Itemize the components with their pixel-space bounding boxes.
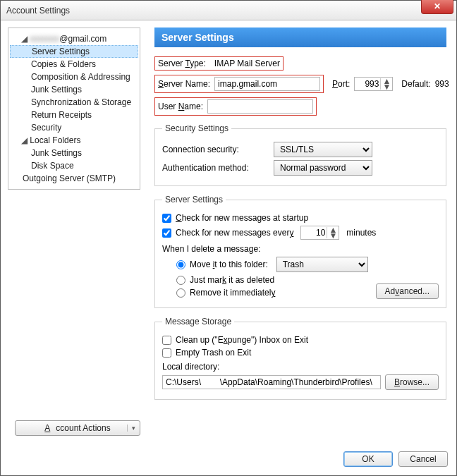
settings-panel: Server Settings Server Type: IMAP Mail S… [154, 28, 449, 444]
account-actions-label-u: A [44, 423, 50, 433]
server-name-input[interactable] [214, 77, 320, 91]
account-actions-label: ccount Actions [56, 423, 110, 433]
server-settings-legend: Server Settings [162, 195, 226, 205]
tree-item-return-receipts[interactable]: Return Receipts [10, 109, 138, 121]
connection-security-select[interactable]: SSL/TLS [274, 142, 372, 157]
port-spinner[interactable]: ▲▼ [354, 77, 393, 91]
account-settings-window: Account Settings ✕ ◢ xxxxxxx@gmail.com S… [0, 0, 457, 476]
user-name-input[interactable] [207, 99, 313, 114]
advanced-button[interactable]: Advanced... [376, 283, 439, 299]
tree-item-server-settings[interactable]: Server Settings [10, 45, 138, 58]
tree-item-copies-folders[interactable]: Copies & Folders [10, 58, 138, 71]
when-delete-label: When I delete a message: [162, 244, 260, 254]
security-settings-group: Security Settings Connection security: S… [154, 123, 446, 186]
close-button[interactable]: ✕ [421, 0, 453, 14]
port-label: Port: [332, 79, 350, 89]
account-username-redacted: xxxxxxx [30, 34, 59, 44]
tree-item-disk-space[interactable]: Disk Space [10, 159, 138, 172]
server-name-label: Server Name: [158, 79, 210, 89]
port-input[interactable] [355, 78, 380, 90]
tree-account-root[interactable]: ◢ xxxxxxx@gmail.com [10, 32, 138, 45]
delete-mark-label: Just mark it as deleted [190, 275, 274, 285]
check-every-checkbox[interactable] [162, 228, 171, 238]
spinner-down-icon[interactable]: ▼ [329, 233, 337, 238]
auth-method-label: Authentication method: [162, 163, 268, 173]
default-port-label: Default: [401, 79, 430, 89]
window-title: Account Settings [6, 6, 70, 16]
ok-button[interactable]: OK [343, 451, 393, 467]
empty-trash-label: Empty Trash on Exit [176, 348, 251, 358]
local-dir-input[interactable] [162, 375, 381, 389]
check-every-label: Check for new messages every [176, 228, 293, 238]
empty-trash-checkbox[interactable] [162, 348, 171, 358]
message-storage-legend: Message Storage [162, 317, 234, 327]
user-name-label: User Name: [158, 102, 203, 111]
security-legend: Security Settings [162, 123, 231, 133]
browse-button[interactable]: Browse... [385, 374, 439, 390]
delete-remove-label: Remove it immediately [190, 288, 275, 298]
default-port-value: 993 [435, 79, 449, 89]
tree-local-folders-label: Local Folders [30, 135, 80, 145]
server-settings-group: Server Settings Check for new messages a… [154, 195, 446, 308]
trash-folder-select[interactable]: Trash [276, 257, 368, 272]
auth-method-select[interactable]: Normal password [274, 160, 372, 176]
tree-item-local-junk[interactable]: Junk Settings [10, 147, 138, 159]
minutes-label: minutes [346, 228, 376, 238]
delete-remove-radio[interactable] [176, 288, 185, 298]
expand-icon: ◢ [21, 135, 28, 145]
chevron-down-icon: ▾ [127, 425, 135, 432]
tree-item-junk[interactable]: Junk Settings [10, 83, 138, 96]
message-storage-group: Message Storage Clean up ("Expunge") Inb… [154, 317, 446, 400]
cancel-button[interactable]: Cancel [398, 451, 448, 467]
tree-item-sync-storage[interactable]: Synchronization & Storage [10, 96, 138, 109]
tree-local-folders[interactable]: ◢ Local Folders [10, 134, 138, 147]
tree-item-security[interactable]: Security [10, 121, 138, 134]
account-actions-button[interactable]: Account Actions ▾ [15, 420, 140, 436]
delete-move-radio[interactable] [176, 260, 185, 269]
dialog-footer: OK Cancel [1, 444, 456, 475]
tree-outgoing-smtp[interactable]: Outgoing Server (SMTP) [10, 172, 138, 185]
check-interval-spinner[interactable]: ▲▼ [300, 226, 339, 240]
titlebar: Account Settings ✕ [1, 1, 456, 20]
account-email-suffix: @gmail.com [59, 34, 106, 44]
accounts-tree: ◢ xxxxxxx@gmail.com Server Settings Copi… [8, 28, 140, 190]
panel-title: Server Settings [154, 28, 446, 47]
check-interval-input[interactable] [301, 226, 327, 239]
delete-move-label: Move it to this folder: [190, 260, 268, 269]
spinner-down-icon[interactable]: ▼ [382, 84, 391, 90]
expunge-label: Clean up ("Expunge") Inbox on Exit [176, 335, 308, 345]
delete-mark-radio[interactable] [176, 276, 185, 285]
server-type-value: IMAP Mail Server [214, 59, 280, 68]
tree-item-composition[interactable]: Composition & Addressing [10, 71, 138, 83]
server-type-label: Server Type: [158, 59, 206, 68]
connection-security-label: Connection security: [162, 145, 268, 154]
expand-icon: ◢ [21, 34, 28, 44]
local-dir-label: Local directory: [162, 362, 219, 372]
check-startup-checkbox[interactable] [162, 214, 171, 223]
check-startup-label: Check for new messages at startup [176, 213, 308, 223]
expunge-checkbox[interactable] [162, 336, 171, 345]
